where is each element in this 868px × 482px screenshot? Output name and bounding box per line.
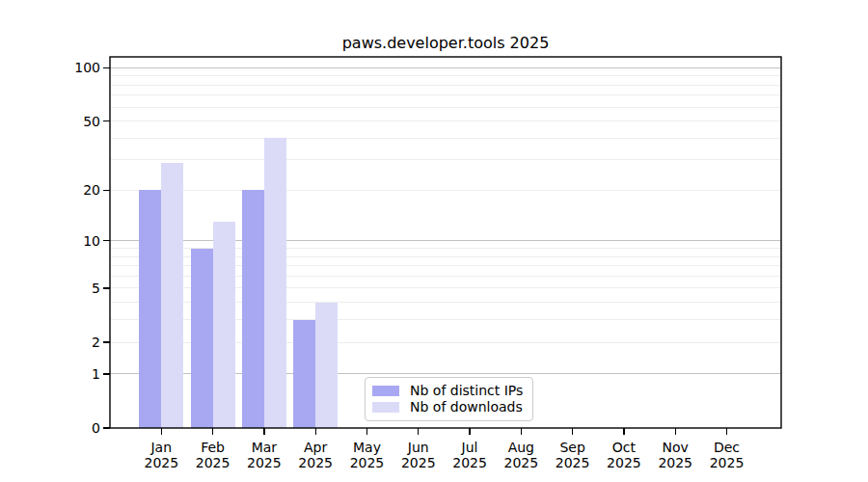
y-tick-label-100: 100: [74, 60, 100, 75]
y-tick-label-0: 0: [92, 420, 100, 436]
y-tick-label-5: 5: [92, 281, 100, 296]
x-tick-label-year-oct: 2025: [607, 455, 641, 470]
bar-downloads-feb: [213, 222, 235, 428]
x-tick-label-month-dec: Dec: [714, 440, 740, 455]
legend-swatch-distinct-ips: [372, 386, 399, 396]
bar-ips-apr: [293, 320, 315, 428]
chart-legend: Nb of distinct IPs Nb of downloads: [365, 377, 533, 421]
x-tick-label-year-jan: 2025: [144, 455, 178, 470]
bar-downloads-mar: [264, 138, 286, 428]
y-tick-label-1: 1: [92, 366, 100, 382]
x-tick-label-year-sep: 2025: [556, 455, 590, 470]
legend-item-distinct-ips: Nb of distinct IPs: [372, 383, 526, 399]
x-tick-label-year-dec: 2025: [710, 455, 745, 470]
x-tick-label-year-nov: 2025: [658, 455, 692, 470]
x-tick-label-month-mar: Mar: [252, 440, 278, 455]
x-tick-label-month-jul: Jul: [461, 440, 478, 455]
y-tick-label-20: 20: [83, 182, 100, 198]
bar-ips-mar: [242, 190, 264, 428]
x-tick-label-month-oct: Oct: [612, 440, 637, 455]
x-tick-label-month-apr: Apr: [304, 440, 327, 455]
x-tick-label-month-sep: Sep: [559, 440, 585, 455]
bar-ips-jan: [139, 190, 161, 428]
bar-downloads-apr: [315, 303, 338, 428]
x-tick-label-month-jan: Jan: [149, 440, 172, 455]
x-tick-label-month-nov: Nov: [663, 440, 689, 455]
x-tick-label-month-may: May: [353, 440, 381, 455]
x-tick-label-year-feb: 2025: [196, 455, 231, 470]
bar-ips-feb: [191, 249, 213, 428]
y-tick-label-2: 2: [92, 335, 100, 350]
legend-item-downloads: Nb of downloads: [372, 399, 526, 415]
chart-figure: paws.developer.tools 2025 0125102050100J…: [0, 0, 868, 482]
legend-label-downloads: Nb of downloads: [410, 399, 523, 415]
x-tick-label-year-mar: 2025: [247, 455, 282, 470]
x-tick-label-year-jul: 2025: [452, 455, 487, 470]
x-tick-label-year-may: 2025: [350, 455, 385, 470]
x-tick-label-year-jun: 2025: [401, 455, 436, 470]
y-tick-label-50: 50: [83, 114, 100, 129]
x-tick-label-month-aug: Aug: [508, 440, 534, 455]
legend-swatch-downloads: [372, 402, 399, 413]
x-tick-label-month-jun: Jun: [407, 440, 429, 455]
bar-downloads-jan: [161, 163, 183, 428]
legend-label-distinct-ips: Nb of distinct IPs: [410, 383, 523, 399]
y-tick-label-10: 10: [83, 233, 100, 249]
x-tick-label-year-aug: 2025: [504, 455, 539, 470]
x-tick-label-year-apr: 2025: [298, 455, 333, 470]
x-tick-label-month-feb: Feb: [201, 440, 225, 455]
